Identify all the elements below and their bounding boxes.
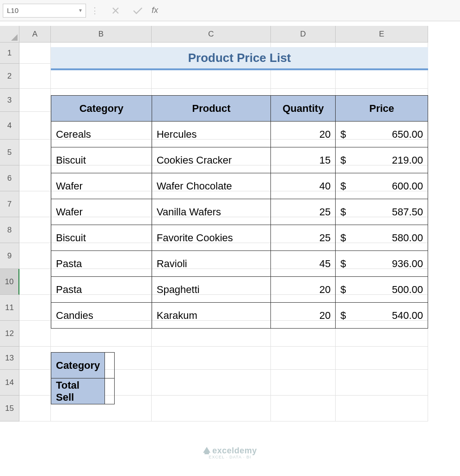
watermark-icon	[203, 447, 210, 454]
cell-price[interactable]: $219.00	[336, 147, 428, 173]
cell[interactable]	[19, 269, 51, 295]
row-header-3[interactable]: 3	[0, 89, 19, 112]
row-header-12[interactable]: 12	[0, 321, 19, 347]
cell[interactable]	[19, 191, 51, 217]
row-header-10[interactable]: 10	[0, 269, 19, 295]
cell[interactable]	[271, 347, 336, 370]
cell-category[interactable]: Wafer	[51, 173, 152, 199]
cell-product[interactable]: Hercules	[152, 122, 271, 147]
cell[interactable]	[19, 295, 51, 321]
cell-quantity[interactable]: 40	[271, 173, 336, 199]
select-all-corner[interactable]	[0, 26, 19, 43]
table-header-row: Category Product Quantity Price	[51, 96, 428, 122]
header-price[interactable]: Price	[336, 96, 428, 122]
summary-table: Category Total Sell	[51, 352, 115, 404]
row-header-5[interactable]: 5	[0, 140, 19, 165]
cell[interactable]	[19, 347, 51, 370]
col-header-E[interactable]: E	[336, 26, 428, 43]
cell-category[interactable]: Pasta	[51, 251, 152, 277]
formula-bar: L10 ▼ ⋮ fx	[0, 0, 460, 21]
row-header-8[interactable]: 8	[0, 217, 19, 243]
row-header-13[interactable]: 13	[0, 347, 19, 370]
cell[interactable]	[271, 396, 336, 421]
cell-product[interactable]: Spaghetti	[152, 277, 271, 303]
cell[interactable]	[19, 217, 51, 243]
col-header-D[interactable]: D	[271, 26, 336, 43]
cell-product[interactable]: Karakum	[152, 303, 271, 329]
header-quantity[interactable]: Quantity	[271, 96, 336, 122]
cell[interactable]	[336, 396, 428, 421]
cell-product[interactable]: Ravioli	[152, 251, 271, 277]
page-title[interactable]: Product Price List	[51, 47, 428, 70]
row-header-14[interactable]: 14	[0, 370, 19, 396]
cell-quantity[interactable]: 20	[271, 277, 336, 303]
cell-category[interactable]: Wafer	[51, 199, 152, 225]
header-category[interactable]: Category	[51, 96, 152, 122]
cell-product[interactable]: Cookies Cracker	[152, 147, 271, 173]
cell-product[interactable]: Vanilla Wafers	[152, 199, 271, 225]
row-header-1[interactable]: 1	[0, 43, 19, 64]
cell[interactable]	[19, 64, 51, 89]
row-header-4[interactable]: 4	[0, 112, 19, 140]
cell[interactable]	[19, 140, 51, 165]
confirm-icon[interactable]	[127, 2, 149, 19]
row-header-11[interactable]: 11	[0, 295, 19, 321]
formula-input[interactable]	[162, 4, 460, 18]
col-header-B[interactable]: B	[51, 26, 152, 43]
cell-product[interactable]: Favorite Cookies	[152, 225, 271, 251]
cell-price[interactable]: $540.00	[336, 303, 428, 329]
cell-quantity[interactable]: 45	[271, 251, 336, 277]
cell[interactable]	[19, 43, 51, 64]
summary-value-category[interactable]	[105, 353, 115, 378]
cell-category[interactable]: Biscuit	[51, 147, 152, 173]
table-row: BiscuitCookies Cracker15$219.00	[51, 147, 428, 173]
cell-quantity[interactable]: 25	[271, 199, 336, 225]
cell[interactable]	[19, 321, 51, 347]
cell-category[interactable]: Biscuit	[51, 225, 152, 251]
name-box[interactable]: L10 ▼	[3, 4, 86, 18]
row-header-9[interactable]: 9	[0, 243, 19, 269]
cell[interactable]	[19, 370, 51, 396]
cell-price[interactable]: $650.00	[336, 122, 428, 147]
cell[interactable]	[19, 165, 51, 191]
col-header-A[interactable]: A	[19, 26, 51, 43]
summary-label-total[interactable]: Total Sell	[51, 378, 105, 404]
cell-quantity[interactable]: 20	[271, 122, 336, 147]
cell[interactable]	[152, 347, 271, 370]
cell-price[interactable]: $580.00	[336, 225, 428, 251]
dropdown-icon[interactable]: ▼	[78, 8, 83, 13]
cell-category[interactable]: Cereals	[51, 122, 152, 147]
cell[interactable]	[19, 112, 51, 140]
cell-quantity[interactable]: 25	[271, 225, 336, 251]
cell-price[interactable]: $600.00	[336, 173, 428, 199]
cell-quantity[interactable]: 15	[271, 147, 336, 173]
cell-price[interactable]: $936.00	[336, 251, 428, 277]
fx-icon[interactable]: fx	[152, 6, 158, 15]
cell-product[interactable]: Wafer Chocolate	[152, 173, 271, 199]
cell[interactable]	[19, 243, 51, 269]
cell-category[interactable]: Pasta	[51, 277, 152, 303]
cell[interactable]	[152, 396, 271, 421]
row-header-6[interactable]: 6	[0, 165, 19, 191]
cell-category[interactable]: Candies	[51, 303, 152, 329]
row-header-7[interactable]: 7	[0, 191, 19, 217]
header-product[interactable]: Product	[152, 96, 271, 122]
cell-quantity[interactable]: 20	[271, 303, 336, 329]
row-header-15[interactable]: 15	[0, 396, 19, 421]
cell[interactable]	[19, 396, 51, 421]
drag-handle-icon[interactable]: ⋮	[86, 6, 104, 16]
cell[interactable]	[336, 347, 428, 370]
col-header-C[interactable]: C	[152, 26, 271, 43]
cell-price[interactable]: $587.50	[336, 199, 428, 225]
cell[interactable]	[336, 370, 428, 396]
cancel-icon[interactable]	[104, 2, 127, 19]
cell-price[interactable]: $500.00	[336, 277, 428, 303]
cell[interactable]	[271, 370, 336, 396]
row-header-2[interactable]: 2	[0, 64, 19, 89]
summary-value-total[interactable]	[105, 378, 115, 404]
cell[interactable]	[152, 370, 271, 396]
table-row: CerealsHercules20$650.00	[51, 122, 428, 147]
cell[interactable]	[19, 89, 51, 112]
product-table: Category Product Quantity Price CerealsH…	[51, 95, 428, 329]
summary-label-category[interactable]: Category	[51, 353, 105, 378]
